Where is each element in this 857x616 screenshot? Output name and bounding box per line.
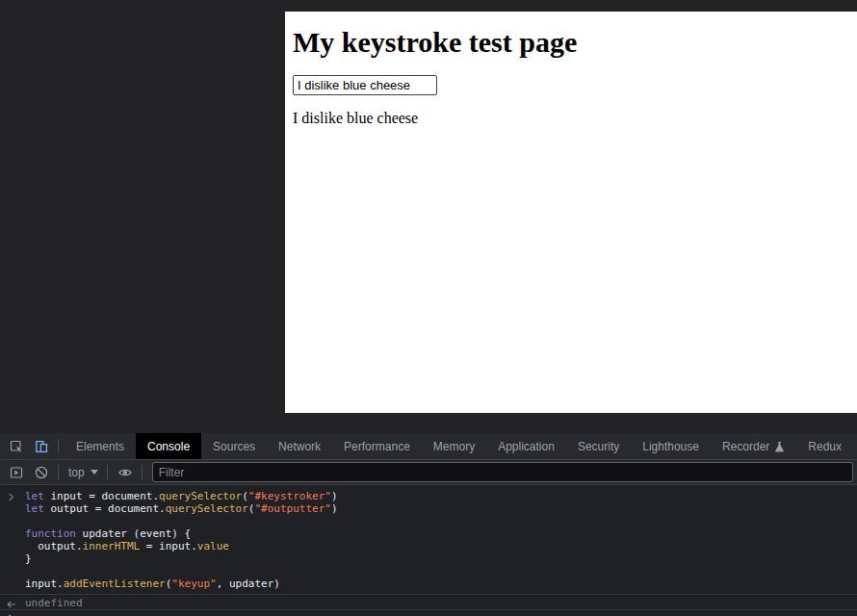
clear-console-icon[interactable] — [34, 465, 49, 480]
console-output[interactable]: let input = document.querySelector("#key… — [0, 485, 857, 616]
tab-label: Lighthouse — [642, 440, 699, 453]
tab-lighthouse[interactable]: Lighthouse — [631, 433, 711, 459]
keystroke-output-text: I dislike blue cheese — [293, 109, 418, 127]
tab-application[interactable]: Application — [486, 433, 566, 459]
console-code-line: } — [25, 552, 857, 565]
tab-console[interactable]: Console — [136, 433, 201, 459]
console-code-line — [25, 515, 857, 527]
tab-label: Recorder — [722, 440, 769, 453]
tab-label: Application — [498, 440, 555, 453]
tab-security[interactable]: Security — [566, 433, 631, 459]
tab-label: Network — [278, 440, 321, 453]
prompt-icon — [8, 492, 14, 504]
inspect-element-icon[interactable] — [9, 439, 24, 454]
console-sidebar-icon[interactable] — [9, 465, 24, 480]
divider — [107, 465, 108, 479]
tab-label: Performance — [344, 440, 410, 453]
page-title: My keystroke test page — [293, 25, 577, 60]
console-code-line: let input = document.querySelector("#key… — [25, 490, 857, 502]
divider — [58, 439, 59, 453]
live-expression-icon[interactable] — [117, 465, 133, 480]
tab-performance[interactable]: Performance — [332, 433, 422, 459]
device-toolbar-icon[interactable] — [34, 439, 49, 454]
divider — [142, 465, 143, 479]
console-code-line: function updater (event) { — [25, 527, 857, 540]
devtools-tabs: ElementsConsoleSourcesNetworkPerformance… — [65, 433, 853, 459]
tab-label: Redux — [808, 440, 842, 453]
tab-sources[interactable]: Sources — [201, 433, 267, 459]
tab-redux[interactable]: Redux — [796, 433, 853, 459]
console-code-line: let output = document.querySelector("#ou… — [25, 502, 857, 515]
context-selector-label: top — [68, 466, 85, 479]
console-code-line — [25, 565, 857, 578]
chevron-down-icon — [91, 470, 98, 475]
experiment-flask-icon — [774, 441, 785, 452]
console-echo-message: let input = document.querySelector("#key… — [0, 485, 857, 595]
tab-recorder[interactable]: Recorder — [711, 433, 796, 459]
tab-label: Sources — [213, 440, 255, 453]
tab-label: Elements — [76, 440, 124, 453]
devtools-tabbar: ElementsConsoleSourcesNetworkPerformance… — [0, 433, 857, 460]
tab-network[interactable]: Network — [267, 433, 332, 459]
console-result-value: undefined — [25, 597, 83, 609]
tab-elements[interactable]: Elements — [65, 433, 136, 459]
tab-label: Security — [578, 440, 619, 453]
console-code-line: output.innerHTML = input.value — [25, 540, 857, 552]
keystroke-input[interactable] — [293, 75, 437, 95]
console-code-line: input.addEventListener("keyup", updater) — [25, 578, 857, 590]
divider — [58, 465, 59, 479]
tab-memory[interactable]: Memory — [422, 433, 486, 459]
tab-label: Console — [147, 440, 190, 453]
console-prompt-row[interactable] — [0, 610, 857, 616]
console-toolbar: top — [0, 460, 857, 485]
context-selector[interactable]: top — [68, 466, 98, 479]
devtools-panel: ElementsConsoleSourcesNetworkPerformance… — [0, 433, 857, 616]
console-filter-input[interactable] — [152, 462, 853, 482]
browser-viewport: My keystroke test page I dislike blue ch… — [285, 12, 857, 413]
console-echo-lines: let input = document.querySelector("#key… — [25, 490, 857, 590]
tab-label: Memory — [433, 440, 475, 453]
console-result-row: undefined — [0, 595, 857, 610]
